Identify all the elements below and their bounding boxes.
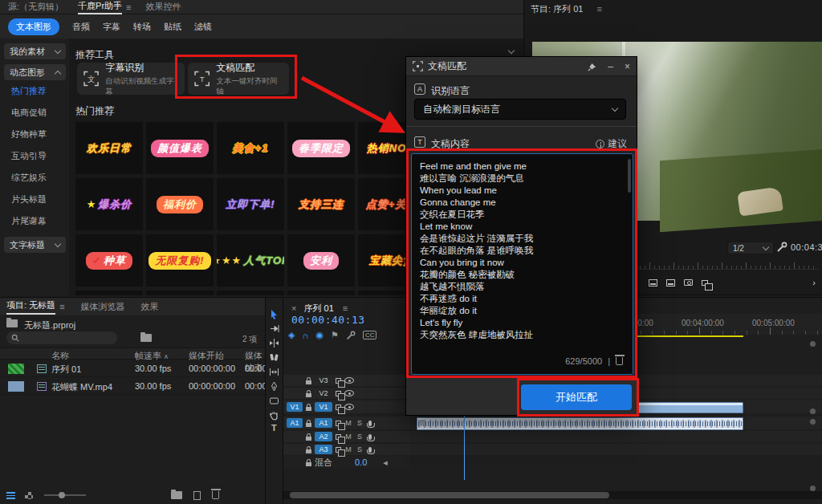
sync-lock-icon[interactable] xyxy=(336,434,341,440)
sidebar-item-ending-credits[interactable]: 片尾谢幕 xyxy=(0,210,70,232)
tab-program-monitor[interactable]: 节目: 序列 01 xyxy=(531,4,583,14)
start-match-button[interactable]: 开始匹配 xyxy=(521,384,632,410)
track-visibility-eye-icon[interactable] xyxy=(344,404,354,410)
timeline-current-timecode[interactable]: 00:00:40:13 xyxy=(291,314,365,326)
mute-button[interactable]: M xyxy=(344,445,352,453)
tab-project[interactable]: 项目: 无标题 xyxy=(6,299,55,315)
tab-stickers[interactable]: 贴纸 xyxy=(164,21,181,33)
zoom-slider[interactable] xyxy=(44,494,86,496)
track-header-v1[interactable]: V1 V1 xyxy=(283,400,410,413)
razor-tool-icon[interactable] xyxy=(269,352,279,363)
lift-button-icon[interactable] xyxy=(649,279,657,287)
extract-button-icon[interactable] xyxy=(666,279,675,287)
track-select-tool-icon[interactable] xyxy=(269,323,279,334)
sidebar-group-text-titles[interactable]: 文字标题 xyxy=(4,237,66,253)
sidebar-item-goods[interactable]: 好物种草 xyxy=(0,124,70,145)
sticker-cell[interactable]: 无限复购! xyxy=(146,234,214,287)
clear-trash-button-icon[interactable] xyxy=(212,491,219,499)
track-name[interactable]: V2 xyxy=(315,388,332,398)
nest-toggle-icon[interactable]: ◈ xyxy=(288,330,295,340)
voiceover-mic-icon[interactable] xyxy=(368,434,372,440)
track-header-mix[interactable]: 混合 0.0 ◂ xyxy=(283,457,410,468)
tab-audio[interactable]: 音频 xyxy=(72,21,90,33)
tab-media-browser[interactable]: 媒体浏览器 xyxy=(81,301,125,313)
tab-subtitles[interactable]: 字幕 xyxy=(103,21,120,33)
sticker-cell[interactable]: ★爆杀价 xyxy=(75,178,143,230)
project-table-header[interactable]: 名称 帧速率 ∧ 媒体开始 媒体结束 xyxy=(0,348,265,360)
sticker-cell[interactable]: 立即下单! xyxy=(217,178,284,230)
tab-text-graphics[interactable]: 文本图形 xyxy=(8,18,59,35)
panel-menu-icon[interactable]: ≡ xyxy=(126,2,131,12)
track-name[interactable]: V1 xyxy=(315,402,332,412)
sidebar-group-motion-graphics[interactable]: 动态图形 xyxy=(4,64,66,80)
track-header-v3[interactable]: V3 xyxy=(283,375,410,386)
mute-button[interactable]: M xyxy=(344,419,352,427)
tab-transitions[interactable]: 转场 xyxy=(133,21,151,33)
track-name[interactable]: A3 xyxy=(315,445,332,454)
bin-navigate-icon[interactable] xyxy=(140,334,152,342)
track-name[interactable]: A1 xyxy=(315,418,332,428)
audio-clip[interactable] xyxy=(417,417,743,430)
vscroll-handle-dot[interactable] xyxy=(810,408,816,414)
track-visibility-eye-icon[interactable] xyxy=(344,390,354,396)
tab-effect-controls[interactable]: 效果控件 xyxy=(145,1,181,13)
project-search[interactable] xyxy=(6,331,117,344)
sync-lock-icon[interactable] xyxy=(336,378,341,384)
sidebar-item-variety[interactable]: 综艺娱乐 xyxy=(0,167,70,189)
track-visibility-eye-icon[interactable] xyxy=(344,377,354,384)
solo-button[interactable]: S xyxy=(356,419,364,427)
tool-card-subtitle-recognition[interactable]: 文 字幕识别 自动识别视频生成字幕 xyxy=(77,63,185,95)
language-select[interactable]: 自动检测目标语言 xyxy=(414,99,626,120)
vscroll-handle-dot[interactable] xyxy=(810,486,816,491)
section-collapse-chevron-icon[interactable] xyxy=(508,47,515,54)
track-name[interactable]: V3 xyxy=(315,376,332,385)
hand-tool-icon[interactable] xyxy=(269,410,279,421)
track-lane-a3[interactable] xyxy=(410,444,822,455)
sidebar-item-opening-title[interactable]: 片头标题 xyxy=(0,189,70,210)
source-patch-a1[interactable]: A1 xyxy=(287,418,303,428)
sticker-cell[interactable]: 福利价 xyxy=(146,178,214,230)
comparison-view-button-icon[interactable] xyxy=(702,280,708,286)
solo-button[interactable]: S xyxy=(356,445,364,453)
tool-card-script-match[interactable]: T 文稿匹配 文本一键对齐时间轴 xyxy=(188,63,289,95)
snap-magnet-icon[interactable]: ∩ xyxy=(302,331,308,340)
sticker-cell[interactable]: 欢乐日常 xyxy=(75,122,143,174)
tab-filters[interactable]: 滤镜 xyxy=(194,21,212,33)
panel-menu-icon[interactable]: ≡ xyxy=(59,302,64,311)
selection-tool-icon[interactable] xyxy=(269,309,279,319)
timeline-horizontal-scrollbar[interactable] xyxy=(283,491,822,499)
sidebar-item-hot[interactable]: 热门推荐 xyxy=(0,80,70,102)
lock-icon[interactable] xyxy=(306,407,311,411)
new-bin-button-icon[interactable] xyxy=(171,491,182,499)
new-item-button-icon[interactable] xyxy=(193,491,201,500)
sticker-cell[interactable]: ★★★人气TOP xyxy=(217,234,284,287)
suggest-link[interactable]: 建议 xyxy=(608,137,627,151)
sync-lock-icon[interactable] xyxy=(336,391,341,396)
sidebar-item-ecommerce[interactable]: 电商促销 xyxy=(0,102,70,124)
add-marker-icon[interactable]: ⚑ xyxy=(331,330,339,340)
dialog-title-bar[interactable]: 文稿匹配 – × xyxy=(406,57,637,76)
lock-icon[interactable] xyxy=(306,380,311,384)
panel-menu-icon[interactable]: ≡ xyxy=(343,303,348,313)
sticker-cell[interactable]: 颜值爆表 xyxy=(146,122,214,174)
track-lane-a2[interactable] xyxy=(410,431,822,442)
close-panel-icon[interactable]: × xyxy=(291,303,296,313)
script-textarea[interactable]: Feel me and then give me难以言喻 沉溺浪漫的气息When… xyxy=(411,153,633,375)
lock-icon[interactable] xyxy=(306,462,311,466)
clear-text-trash-icon[interactable] xyxy=(616,357,623,365)
mix-volume-value[interactable]: 0.0 xyxy=(355,457,367,467)
project-row-sequence[interactable]: 序列 01 30.00 fps 00:00:00:00 00:00:00:00 xyxy=(0,360,265,377)
track-name[interactable]: A2 xyxy=(315,432,332,441)
sync-lock-icon[interactable] xyxy=(336,421,341,426)
captions-toggle[interactable]: CC xyxy=(363,331,377,339)
search-input[interactable] xyxy=(22,334,111,343)
mute-button[interactable]: M xyxy=(344,433,352,441)
sticker-cell[interactable]: 支持三连 xyxy=(287,178,355,230)
sticker-cell[interactable]: 安利 xyxy=(287,234,355,287)
sticker-cell[interactable]: 美食+1 xyxy=(217,122,284,174)
icon-view-button-icon[interactable] xyxy=(25,492,33,499)
item-name[interactable]: 花蝴蝶 MV.mp4 xyxy=(51,381,112,393)
timeline-settings-wrench-icon[interactable] xyxy=(346,331,356,340)
slip-tool-icon[interactable] xyxy=(269,367,279,377)
vscroll-handle-dot[interactable] xyxy=(810,341,816,347)
